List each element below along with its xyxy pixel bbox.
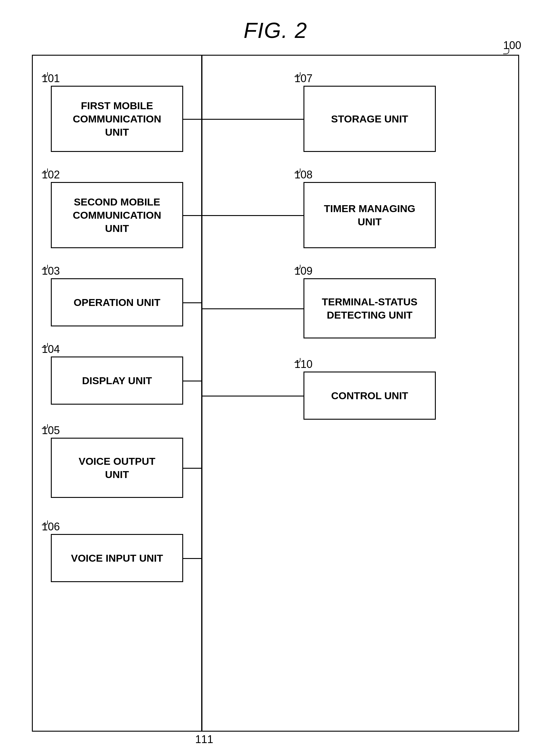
connector-104 xyxy=(183,381,202,381)
block-first-mobile-communication-unit: FIRST MOBILECOMMUNICATIONUNIT xyxy=(51,86,183,152)
connector-105 xyxy=(183,468,202,469)
ref-100-label: 100 xyxy=(503,39,521,52)
bus-line: 111 xyxy=(201,56,202,731)
block-storage-unit: STORAGE UNIT xyxy=(304,86,436,152)
block-voice-input-unit: VOICE INPUT UNIT xyxy=(51,534,183,582)
connector-107 xyxy=(202,119,304,120)
block-operation-unit: OPERATION UNIT xyxy=(51,278,183,326)
diagram-container: 100 111 101 FIRST MOBILECOMMUNICATIONUNI… xyxy=(32,55,519,732)
connector-106 xyxy=(183,558,202,559)
connector-101 xyxy=(183,119,202,120)
bus-ref-label: 111 xyxy=(195,733,213,746)
page-title: FIG. 2 xyxy=(0,0,551,55)
block-terminal-status-detecting-unit: TERMINAL-STATUSDETECTING UNIT xyxy=(304,278,436,338)
block-display-unit: DISPLAY UNIT xyxy=(51,357,183,405)
connector-102 xyxy=(183,215,202,216)
block-timer-managing-unit: TIMER MANAGINGUNIT xyxy=(304,182,436,248)
connector-103 xyxy=(183,302,202,303)
block-voice-output-unit: VOICE OUTPUTUNIT xyxy=(51,438,183,498)
block-control-unit: CONTROL UNIT xyxy=(304,372,436,420)
connector-108 xyxy=(202,215,304,216)
connector-109 xyxy=(202,308,304,309)
block-second-mobile-communication-unit: SECOND MOBILECOMMUNICATIONUNIT xyxy=(51,182,183,248)
connector-110 xyxy=(202,396,304,396)
